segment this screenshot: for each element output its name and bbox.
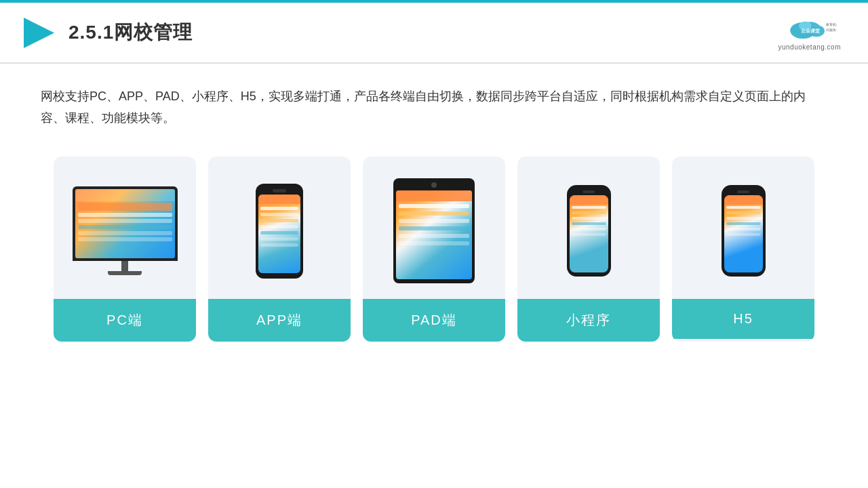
h5-phone-icon	[722, 185, 766, 277]
header-left: 2.5.1网校管理	[20, 14, 193, 52]
brand-cloud-icon: 云朵课堂 教育机构一站 式服务云平台	[783, 15, 837, 42]
card-h5-label: H5	[672, 299, 814, 339]
logo-icon	[20, 14, 58, 52]
cards-container: PC端	[41, 157, 827, 342]
svg-marker-0	[24, 18, 54, 48]
svg-text:教育机构一站: 教育机构一站	[826, 22, 837, 26]
card-pc: PC端	[54, 157, 196, 342]
svg-text:式服务云平台: 式服务云平台	[826, 27, 837, 31]
card-h5-image	[672, 157, 814, 299]
main-content: 网校支持PC、APP、PAD、小程序、H5，实现多端打通，产品各终端自由切换，数…	[0, 65, 868, 488]
card-app-label: APP端	[208, 299, 351, 342]
card-pad: PAD端	[363, 157, 505, 342]
header: 2.5.1网校管理 云朵课堂 教育机构一站 式服务云平台 yunduoketan…	[0, 3, 868, 64]
card-miniapp: 小程序	[517, 157, 660, 342]
brand-url: yunduoketang.com	[778, 43, 841, 51]
page-title: 2.5.1网校管理	[68, 20, 193, 45]
card-pc-label: PC端	[54, 299, 196, 342]
svg-text:云朵课堂: 云朵课堂	[800, 28, 820, 34]
card-miniapp-label: 小程序	[517, 299, 660, 342]
card-app: APP端	[208, 157, 351, 342]
description-text: 网校支持PC、APP、PAD、小程序、H5，实现多端打通，产品各终端自由切换，数…	[41, 85, 827, 129]
card-pad-label: PAD端	[363, 299, 505, 342]
miniapp-phone-icon	[567, 185, 611, 277]
card-app-image	[208, 157, 351, 299]
pad-tablet-icon	[393, 178, 475, 283]
brand-logo: 云朵课堂 教育机构一站 式服务云平台 yunduoketang.com	[778, 15, 841, 51]
pc-monitor-icon	[73, 186, 178, 275]
card-h5: H5	[672, 157, 814, 342]
card-miniapp-image	[517, 157, 660, 299]
card-pc-image	[54, 157, 196, 299]
card-pad-image	[363, 157, 505, 299]
app-phone-icon	[256, 184, 303, 279]
